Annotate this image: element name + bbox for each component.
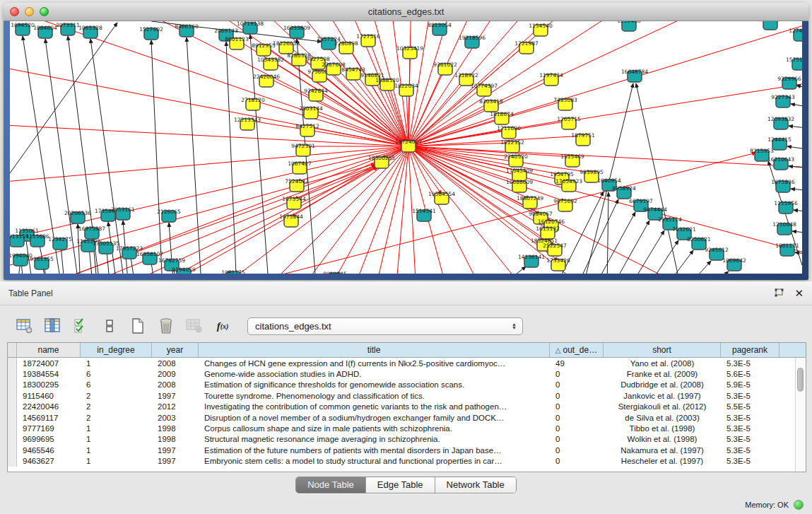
graph-node[interactable]: 16033809 — [283, 25, 310, 38]
graph-node[interactable]: 1155956 — [774, 200, 798, 214]
graph-node[interactable]: 1727516 — [356, 33, 380, 47]
network-canvas[interactable]: 1694520188460420733111065328152760284661… — [10, 21, 802, 274]
graph-node[interactable]: 1993958 — [758, 21, 782, 30]
graph-node[interactable]: 1210648 — [772, 221, 796, 235]
graph-node[interactable]: 9227343 — [771, 94, 795, 107]
graph-node[interactable]: 2126065 — [157, 209, 181, 222]
graph-node[interactable]: 16210643 — [767, 156, 794, 170]
graph-node[interactable]: 2280898 — [334, 40, 358, 54]
window-titlebar[interactable]: citations_edges.txt — [4, 3, 808, 21]
graph-node[interactable]: 8466160 — [175, 23, 199, 37]
memory-status-icon[interactable] — [794, 500, 804, 510]
graph-node[interactable]: 1822034 — [394, 83, 418, 96]
float-panel-icon[interactable] — [773, 288, 784, 298]
delete-attribute-icon[interactable] — [157, 317, 175, 335]
graph-node[interactable]: 2718120 — [241, 97, 265, 110]
new-table-icon[interactable] — [129, 317, 147, 335]
close-window-button[interactable] — [10, 7, 19, 16]
graph-node[interactable]: 19584554 — [428, 191, 455, 204]
tab-edge-table[interactable]: Edge Table — [366, 477, 435, 493]
table-row[interactable]: 946554611997Estimation of the future num… — [8, 445, 806, 455]
graph-node[interactable]: 9675692 — [553, 198, 577, 211]
svg-text:2522547: 2522547 — [543, 243, 567, 249]
row-height-icon[interactable] — [100, 317, 119, 335]
table-row[interactable]: 1456911722003Disruption of a novel membe… — [8, 412, 806, 423]
column-header-in_degree[interactable]: in_degree — [81, 343, 152, 357]
graph-node[interactable]: 22420046 — [253, 74, 280, 87]
graph-node[interactable]: 18807249 — [517, 195, 543, 209]
graph-node[interactable]: 1067427 — [288, 160, 312, 174]
graph-node[interactable]: 1694520 — [11, 22, 35, 35]
graph-node[interactable]: 8427512 — [295, 123, 319, 136]
graph-node[interactable]: 1065328 — [78, 25, 102, 38]
graph-node[interactable]: 7524042 — [285, 178, 309, 192]
graph-node[interactable]: 15751074 — [786, 57, 802, 70]
graph-node[interactable]: 12093832 — [767, 116, 794, 129]
table-scrollbar[interactable] — [795, 358, 805, 472]
close-panel-icon[interactable]: ✕ — [794, 288, 804, 298]
zoom-window-button[interactable] — [40, 7, 49, 16]
row-gutter — [8, 380, 17, 390]
graph-node[interactable]: 10543382 — [257, 57, 284, 70]
table-row[interactable]: 2242004622012Investigating the contribut… — [8, 402, 806, 412]
graph-node[interactable]: 1069642 — [722, 257, 746, 271]
graph-node[interactable]: 1274436 — [789, 28, 802, 41]
graph-node[interactable]: 1879751 — [571, 132, 595, 146]
graph-node[interactable]: 20206536 — [64, 210, 91, 223]
select-columns-icon[interactable] — [44, 317, 62, 335]
graph-node[interactable]: 1527602 — [139, 26, 163, 40]
graph-node[interactable]: 2073311 — [56, 22, 80, 35]
tab-network-table[interactable]: Network Table — [435, 477, 516, 493]
graph-node[interactable]: 1515469 — [560, 153, 584, 167]
graph-node[interactable]: 1612352 — [500, 139, 524, 153]
table-row[interactable]: 977716911998Corpus callosum shape and si… — [8, 423, 806, 433]
graph-node[interactable]: 10325419 — [396, 45, 423, 59]
graph-node[interactable]: 8912955 — [252, 42, 276, 56]
select-rows-icon[interactable] — [72, 317, 90, 335]
table-row[interactable]: 1872400712008Changes of HCN gene express… — [8, 358, 806, 368]
column-header-title[interactable]: title — [199, 343, 550, 357]
graph-node[interactable]: 1514541 — [412, 208, 436, 221]
table-row[interactable]: 911546021997Tourette syndrome. Phenomeno… — [8, 390, 806, 401]
citation-edge-black — [10, 23, 117, 173]
graph-node[interactable]: 8813054 — [428, 22, 452, 35]
minimize-window-button[interactable] — [25, 7, 34, 16]
graph-node[interactable]: 1673544 — [282, 196, 306, 209]
graph-node[interactable]: 9472301 — [291, 143, 315, 156]
column-header-pagerank[interactable]: pagerank — [721, 343, 779, 357]
column-header-name[interactable]: name — [17, 343, 81, 357]
graph-node[interactable]: 9361022 — [433, 62, 457, 75]
graph-node[interactable]: 16975887 — [78, 226, 105, 239]
table-row[interactable]: 1830029562008Estimation of significance … — [8, 380, 806, 390]
graph-node[interactable]: 1861171 — [775, 243, 799, 256]
column-header-out_de[interactable]: △out_de… — [550, 343, 604, 357]
graph-node[interactable]: 1210408 — [617, 21, 641, 31]
column-header-year[interactable]: year — [152, 343, 199, 357]
row-gutter — [8, 445, 17, 455]
svg-text:2935114: 2935114 — [658, 216, 682, 223]
tab-node-table[interactable]: Node Table — [296, 477, 366, 493]
graph-node[interactable]: 9194059 — [172, 267, 196, 274]
graph-node[interactable]: 8601123 — [225, 36, 249, 49]
table-row[interactable]: 1938455462009Genome-wide association stu… — [8, 368, 806, 379]
graph-node[interactable]: 19218596 — [459, 35, 486, 48]
table-row[interactable]: 969969511998Structural magnetic resonanc… — [8, 434, 806, 445]
scrollbar-thumb[interactable] — [797, 368, 804, 392]
graph-node[interactable]: 1884604 — [33, 25, 57, 38]
table-row[interactable]: 946362711997Embryonic stem cells: a mode… — [8, 456, 806, 467]
graph-node[interactable]: 8958924 — [612, 185, 636, 199]
graph-node[interactable]: 1221987 — [514, 40, 539, 54]
table-cell: 0 — [550, 456, 604, 467]
graph-node[interactable]: 14136141 — [518, 254, 545, 267]
graph-node[interactable]: 1675836 — [771, 179, 795, 192]
graph-node[interactable]: 8910545 — [323, 271, 347, 274]
column-header-short[interactable]: short — [604, 343, 721, 357]
table-settings-icon[interactable] — [16, 317, 34, 335]
table-selector-dropdown[interactable]: citations_edges.txt ▲▼ — [247, 317, 523, 335]
graph-node[interactable]: 1234275 — [48, 236, 72, 250]
graph-node[interactable]: 7485083 — [553, 97, 577, 110]
graph-node[interactable]: 9161355 — [30, 256, 54, 269]
function-builder-icon[interactable]: f(x) — [213, 317, 232, 335]
graph-node[interactable]: 1081175 — [221, 269, 245, 274]
graph-node[interactable]: 1265715 — [557, 116, 581, 129]
